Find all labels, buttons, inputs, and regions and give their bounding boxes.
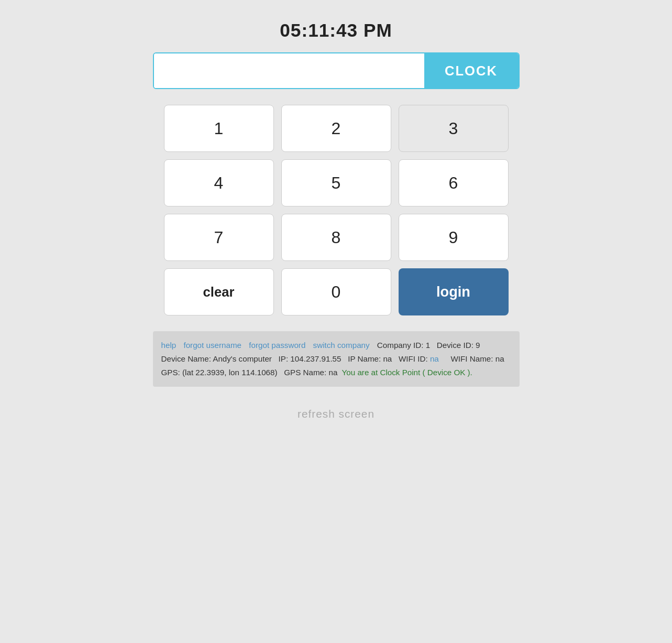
gps: GPS: (lat 22.3939, lon 114.1068) [161,368,278,377]
gps-name: GPS Name: na [284,368,337,377]
forgot-username-link[interactable]: forgot username [183,341,241,350]
refresh-button[interactable]: refresh screen [298,408,374,420]
key-4[interactable]: 4 [164,159,274,206]
wifi-name: WIFI Name: na [450,354,504,363]
key-6[interactable]: 6 [399,159,509,206]
clock-button[interactable]: CLOCK [424,53,519,88]
info-bar: help forgot username forgot password swi… [153,331,520,387]
key-1[interactable]: 1 [164,105,274,152]
forgot-password-link[interactable]: forgot password [249,341,305,350]
key-5[interactable]: 5 [281,159,391,206]
key-2[interactable]: 2 [281,105,391,152]
pin-input[interactable] [154,53,424,88]
device-name: Device Name: Andy's computer [161,354,272,363]
key-7[interactable]: 7 [164,214,274,261]
pin-input-row: CLOCK [153,52,520,89]
key-9[interactable]: 9 [399,214,509,261]
device-status: You are at Clock Point ( Device OK ). [342,368,472,377]
key-8[interactable]: 8 [281,214,391,261]
company-id: Company ID: 1 [377,341,430,350]
wifi-id-link[interactable]: na [430,354,439,363]
key-3[interactable]: 3 [399,105,509,152]
ip-name: IP Name: na [348,354,392,363]
keypad: 1 2 3 4 5 6 7 8 9 clear 0 login [164,105,509,315]
switch-company-link[interactable]: switch company [313,341,370,350]
login-button[interactable]: login [399,268,509,315]
ip: IP: 104.237.91.55 [279,354,341,363]
key-0[interactable]: 0 [281,268,391,315]
wifi-id: WIFI ID: na [399,354,444,363]
clear-button[interactable]: clear [164,268,274,315]
device-id: Device ID: 9 [437,341,480,350]
help-link[interactable]: help [161,341,177,350]
time-display: 05:11:43 PM [280,20,392,41]
